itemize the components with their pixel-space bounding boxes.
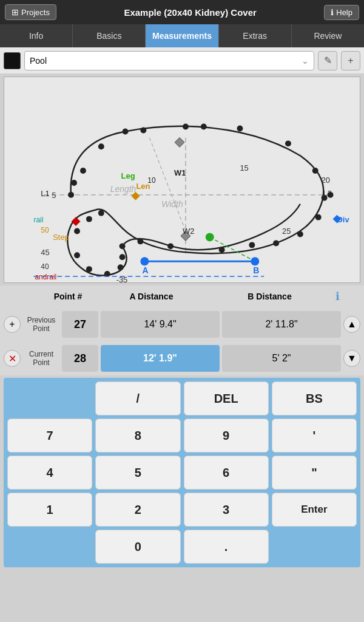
col-header-point: Point # (44, 292, 92, 301)
key-'[interactable]: ' (272, 419, 357, 453)
tab-measurements[interactable]: Measurements (146, 24, 218, 47)
svg-point-20 (315, 214, 322, 220)
svg-point-13 (98, 143, 104, 149)
key-blank-0 (7, 381, 92, 415)
svg-text:5: 5 (52, 191, 56, 200)
svg-point-10 (183, 124, 189, 130)
app-header: ⊞ Projects Example (20x40 Kidney) Cover … (0, 0, 364, 24)
curr-down-button[interactable]: ▼ (343, 350, 360, 367)
key-9[interactable]: 9 (184, 419, 269, 453)
tab-basics[interactable]: Basics (73, 24, 146, 47)
svg-point-8 (68, 192, 74, 198)
key-Enter[interactable]: Enter (272, 493, 357, 527)
curr-remove-button[interactable]: ✕ (4, 350, 21, 367)
svg-text:15: 15 (240, 163, 248, 173)
svg-text:B: B (253, 265, 259, 275)
key-blank-19 (272, 530, 357, 564)
current-point-row: ✕ Current Point 28 12' 1.9" 5' 2" ▼ (0, 341, 364, 375)
tab-bar: Info Basics Measurements Extras Review (0, 24, 364, 47)
svg-text:W1: W1 (174, 168, 186, 177)
plus-icon: + (348, 55, 353, 66)
svg-point-21 (297, 231, 303, 238)
previous-point-row: + Previous Point 27 14' 9.4" 2' 11.8" ▲ (0, 307, 364, 341)
prev-adist: 14' 9.4" (101, 311, 220, 338)
col-header-bdist: B Distance (211, 292, 329, 301)
tab-extras[interactable]: Extras (219, 24, 292, 47)
key-2[interactable]: 2 (95, 493, 180, 527)
key-6[interactable]: 6 (184, 456, 269, 490)
svg-text:andrail: andrail (35, 273, 56, 281)
svg-text:W2: W2 (183, 227, 194, 236)
pool-canvas: Length Width (4, 77, 360, 283)
svg-point-40 (251, 257, 259, 265)
key-DEL[interactable]: DEL (184, 381, 269, 415)
svg-point-17 (285, 140, 291, 146)
keypad: /DELBS789'456"123Enter0. (4, 378, 360, 567)
pencil-icon: ✎ (324, 55, 332, 66)
help-button[interactable]: ℹ Help (324, 5, 359, 20)
table-header: Point # A Distance B Distance ℹ (0, 285, 364, 307)
svg-text:20: 20 (322, 176, 330, 185)
svg-text:Step: Step (53, 233, 69, 242)
svg-point-34 (120, 254, 126, 260)
svg-text:50: 50 (41, 226, 49, 234)
prev-point-number: 27 (62, 311, 98, 338)
svg-point-14 (80, 168, 86, 174)
pool-name: Pool (30, 56, 47, 66)
info-icon[interactable]: ℹ (329, 290, 346, 303)
svg-point-23 (201, 124, 207, 130)
svg-point-12 (123, 129, 129, 135)
curr-point-number: 28 (62, 345, 98, 372)
pool-dropdown[interactable]: Pool ⌄ (24, 51, 314, 70)
pool-edit-button[interactable]: ✎ (318, 51, 337, 70)
curr-adist[interactable]: 12' 1.9" (101, 345, 220, 372)
svg-text:L1: L1 (41, 189, 49, 198)
curr-label: Current Point (23, 350, 59, 367)
tab-info[interactable]: Info (0, 24, 73, 47)
svg-text:45: 45 (41, 248, 49, 257)
svg-point-26 (249, 242, 255, 248)
key-1[interactable]: 1 (7, 493, 92, 527)
key-4[interactable]: 4 (7, 456, 92, 490)
svg-text:10: 10 (147, 176, 156, 185)
dropdown-arrow-icon: ⌄ (302, 56, 309, 66)
key-BS[interactable]: BS (272, 381, 357, 415)
key-7[interactable]: 7 (7, 419, 92, 453)
pool-selector-row: Pool ⌄ ✎ + (0, 47, 364, 74)
app-title: Example (20x40 Kidney) Cover (124, 7, 256, 18)
prev-add-button[interactable]: + (4, 316, 21, 333)
key-"[interactable]: " (272, 456, 357, 490)
key-.[interactable]: . (184, 530, 269, 564)
key-5[interactable]: 5 (95, 456, 180, 490)
svg-point-25 (219, 247, 225, 253)
svg-point-18 (312, 168, 318, 174)
svg-point-41 (206, 233, 214, 241)
key-3[interactable]: 3 (184, 493, 269, 527)
prev-label: Previous Point (23, 316, 59, 333)
key-8[interactable]: 8 (95, 419, 180, 453)
svg-point-31 (86, 266, 92, 272)
svg-point-36 (137, 238, 143, 244)
projects-button[interactable]: ⊞ Projects (5, 4, 56, 20)
svg-text:40: 40 (41, 262, 49, 271)
key-blank-16 (7, 530, 92, 564)
svg-point-24 (167, 243, 174, 249)
svg-text:25: 25 (282, 227, 291, 236)
svg-text:L2: L2 (323, 189, 332, 198)
svg-text:rail: rail (33, 216, 43, 224)
pool-color-swatch[interactable] (4, 52, 21, 69)
key-0[interactable]: 0 (95, 530, 180, 564)
pool-add-button[interactable]: + (341, 51, 360, 70)
projects-label: Projects (21, 8, 50, 17)
prev-up-button[interactable]: ▲ (343, 316, 360, 333)
key-/[interactable]: / (95, 381, 180, 415)
svg-point-35 (120, 243, 126, 249)
svg-point-30 (74, 252, 80, 258)
grid-icon: ⊞ (12, 7, 19, 17)
svg-point-11 (273, 240, 279, 246)
info-circle-icon: ℹ (331, 8, 334, 17)
svg-text:Leg: Leg (121, 171, 135, 180)
svg-point-39 (140, 257, 149, 265)
tab-review[interactable]: Review (292, 24, 364, 47)
svg-point-29 (74, 228, 80, 234)
